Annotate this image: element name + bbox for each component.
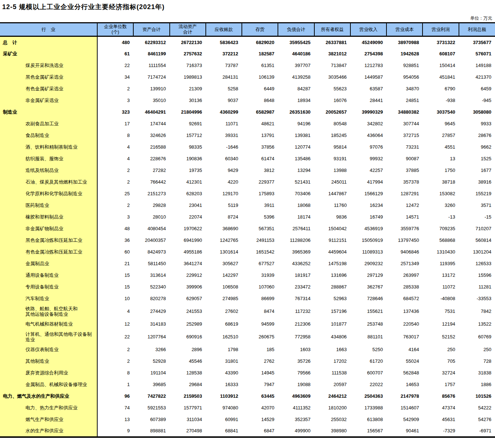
value-cell: 9112151 (314, 235, 350, 246)
value-cell: 45249090 (350, 36, 386, 48)
value-cell: 7531 (423, 304, 459, 318)
value-cell: 35955425 (278, 36, 314, 48)
value-cell: 521431 (278, 176, 314, 188)
industry-name-cell: 总 计 (0, 36, 97, 48)
value-cell: 3821012 (314, 48, 350, 60)
value-cell: 216588 (133, 141, 169, 153)
value-cell: 63445 (242, 390, 278, 402)
value-cell: 68619 (206, 318, 242, 330)
table-row: 汽车制造业10820278629057274985866997673145296… (0, 293, 495, 304)
value-cell: 182587 (242, 48, 278, 60)
value-cell: 245011 (314, 176, 350, 188)
value-cell: 5921553 (133, 402, 169, 414)
value-cell: 4164 (386, 344, 423, 355)
industry-name-cell: 金属制品、机械和设备修理业 (0, 379, 97, 390)
value-cell: 1750 (423, 165, 459, 176)
value-cell: 1287291 (386, 188, 423, 200)
table-row: 专用设备制造业155223403999061065081070602334722… (0, 281, 495, 293)
value-cell: 28010 (133, 211, 169, 223)
value-cell: 11760 (314, 200, 350, 211)
value-cell: 4955186 (170, 246, 206, 258)
value-cell: 162510 (206, 330, 242, 344)
value-cell: 285338 (386, 281, 423, 293)
value-cell: 73231 (386, 141, 423, 153)
value-cell: 6449 (242, 83, 278, 95)
column-header-operating-profit: 营业利润 (423, 23, 459, 36)
industry-name-cell: 化学原料和化学制品制造业 (0, 188, 97, 200)
value-cell: 713847 (314, 60, 350, 71)
value-cell: 3911 (242, 200, 278, 211)
value-cell: 181917 (278, 270, 314, 281)
value-cell: 1 (97, 379, 133, 390)
value-cell: 5250 (350, 344, 386, 355)
value-cell: 8424973 (133, 246, 169, 258)
value-cell: 6941990 (170, 235, 206, 246)
value-cell: 42070 (242, 402, 278, 414)
value-cell: 2491153 (242, 235, 278, 246)
value-cell: 628203 (170, 188, 206, 200)
value-cell: 263997 (386, 270, 423, 281)
value-cell: 68841 (206, 425, 242, 437)
value-cell: 61474 (242, 153, 278, 165)
value-cell: 4640186 (278, 48, 314, 60)
value-cell: 3 (97, 211, 133, 223)
value-cell: 1525 (459, 153, 495, 165)
industry-name-cell: 废弃资源综合利用业 (0, 367, 97, 379)
value-cell: 35010 (133, 95, 169, 106)
value-cell: 229912 (170, 270, 206, 281)
table-row: 采矿业6184611992757632372212182587464018638… (0, 48, 495, 60)
value-cell: 22074 (170, 211, 206, 223)
value-cell: 190836 (170, 153, 206, 165)
value-cell: 2464212 (314, 390, 350, 402)
column-header-total-assets: 资产合计 (133, 23, 169, 36)
value-cell: 19088 (278, 379, 314, 390)
value-cell: 139381 (278, 130, 314, 141)
industry-name-cell: 仪器仪表制造业 (0, 344, 97, 355)
value-cell: 45631 (423, 414, 459, 425)
value-cell: 9406846 (386, 246, 423, 258)
value-cell: 3965369 (278, 246, 314, 258)
value-cell: 6847 (242, 425, 278, 437)
value-cell: 608107 (423, 48, 459, 60)
value-cell: 13 (97, 414, 133, 425)
value-cell: 1447867 (314, 188, 350, 200)
value-cell: 1310430 (423, 246, 459, 258)
value-cell: 228676 (133, 153, 169, 165)
value-cell: 974080 (206, 402, 242, 414)
value-cell: 34 (97, 71, 133, 83)
table-row: 黑色金属矿采选业34717472419898132841311061394139… (0, 71, 495, 83)
table-row: 石油、煤炭及其他燃料加工业276644241230142202293775214… (0, 176, 495, 188)
value-cell: 16749 (350, 211, 386, 223)
industry-name-cell: 水的生产和供应业 (0, 425, 97, 437)
value-cell: 74 (97, 402, 133, 414)
table-row: 其他制造业25292845546318012762357261720261720… (0, 355, 495, 367)
value-cell: 61 (97, 48, 133, 60)
value-cell: 175893 (242, 188, 278, 200)
value-cell: 22022 (350, 379, 386, 390)
value-cell: 2762 (242, 355, 278, 367)
value-cell: 1514607 (386, 402, 423, 414)
table-row: 计算机、通信和其他电子设备制造业221207764690916162510260… (0, 330, 495, 344)
table-row: 酒、饮料和精制茶制造业421658898335-1646378561207749… (0, 141, 495, 153)
value-cell: 313614 (133, 270, 169, 281)
value-cell: 6582987 (242, 106, 278, 118)
value-cell: 229377 (242, 176, 278, 188)
industry-name-cell: 电力、燃气及水的生产和供应业 (0, 390, 97, 402)
industry-name-cell: 纺织服装、服饰业 (0, 153, 97, 165)
value-cell: 4111352 (278, 402, 314, 414)
value-cell: 2147978 (386, 390, 423, 402)
value-cell: 5811450 (133, 258, 169, 270)
value-cell: 99932 (350, 153, 386, 165)
value-cell: 5396 (242, 211, 278, 223)
value-cell: 421370 (459, 71, 495, 83)
value-cell: 11071 (206, 118, 242, 130)
industry-name-cell: 燃气生产和供应业 (0, 414, 97, 425)
value-cell: 434806 (314, 330, 350, 344)
column-header-operating-revenue: 营业收入 (350, 23, 386, 36)
value-cell: 9836 (314, 211, 350, 223)
value-cell: 106508 (206, 281, 242, 293)
value-cell: 11089313 (350, 246, 386, 258)
value-cell: 1970622 (170, 223, 206, 235)
value-cell: 18068 (278, 200, 314, 211)
industry-name-cell: 石油、煤炭及其他燃料加工业 (0, 176, 97, 188)
